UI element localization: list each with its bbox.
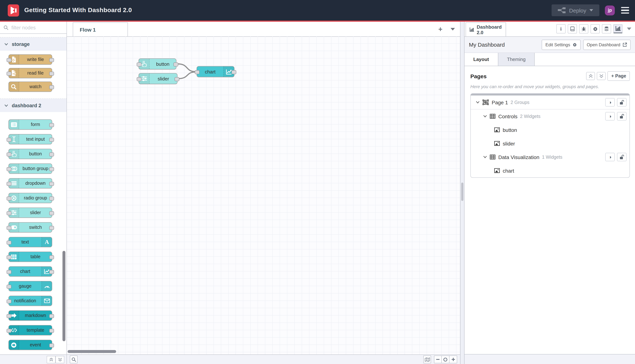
zoom-out-button[interactable]	[434, 356, 442, 363]
tab-layout[interactable]: Layout	[464, 53, 498, 66]
tree-row-widget-slider[interactable]: slider	[471, 137, 629, 150]
visibility-toggle-button[interactable]: ◑	[605, 153, 615, 161]
zoom-in-button[interactable]	[449, 356, 457, 363]
palette-node-slider[interactable]: slider	[9, 208, 52, 218]
open-dashboard-button[interactable]: Open Dashboard	[583, 40, 630, 50]
expand-all-button[interactable]	[56, 356, 64, 363]
tab-flow-1[interactable]: Flow 1	[73, 22, 128, 36]
deploy-caret-icon[interactable]	[590, 9, 593, 12]
palette-node-read-file[interactable]: read file	[9, 68, 52, 78]
output-port[interactable]	[49, 196, 54, 200]
output-port[interactable]	[49, 329, 54, 333]
palette-node-text-input[interactable]: text input	[9, 134, 52, 144]
input-port[interactable]	[7, 211, 12, 215]
info-tab-button[interactable]: i	[556, 24, 565, 34]
chevron-down-icon[interactable]	[483, 115, 487, 118]
lock-toggle-button[interactable]	[617, 98, 626, 106]
palette-node-notification[interactable]: notification	[9, 296, 52, 306]
flow-node-button[interactable]: button	[139, 58, 176, 70]
palette-node-radio-group[interactable]: radio group	[9, 193, 52, 203]
dashboard-tab-button[interactable]	[613, 24, 622, 34]
sidebar-menu-caret-icon[interactable]	[627, 28, 631, 30]
palette-node-text[interactable]: text A	[9, 237, 52, 247]
input-port[interactable]	[137, 77, 142, 81]
palette-node-dropdown[interactable]: dropdown	[9, 178, 52, 188]
output-port[interactable]	[49, 123, 54, 127]
input-port[interactable]	[7, 182, 12, 186]
input-port[interactable]	[7, 58, 12, 62]
palette-node-template[interactable]: template	[9, 325, 52, 335]
input-port[interactable]	[7, 270, 12, 274]
visibility-toggle-button[interactable]: ◑	[605, 112, 615, 120]
output-port[interactable]	[49, 58, 54, 62]
input-port[interactable]	[7, 314, 12, 318]
chevron-down-icon[interactable]	[483, 156, 487, 158]
input-port[interactable]	[7, 72, 12, 76]
input-port[interactable]	[7, 329, 12, 333]
lock-toggle-button[interactable]	[617, 153, 626, 161]
tree-row-widget-chart[interactable]: chart	[471, 164, 629, 178]
config-tab-button[interactable]	[590, 24, 600, 34]
output-port[interactable]	[49, 226, 54, 230]
help-tab-button[interactable]	[568, 24, 577, 34]
chevron-down-icon[interactable]	[476, 101, 479, 104]
flow-node-slider[interactable]: slider	[139, 73, 178, 84]
output-port[interactable]	[232, 70, 236, 74]
output-port[interactable]	[49, 344, 54, 348]
tab-theming[interactable]: Theming	[498, 53, 535, 66]
visibility-toggle-button[interactable]: ◑	[605, 98, 615, 106]
palette-node-form[interactable]: form	[9, 119, 52, 130]
input-port[interactable]	[7, 240, 12, 245]
canvas-search-button[interactable]	[70, 356, 78, 363]
edit-settings-button[interactable]: Edit Settings	[542, 40, 580, 50]
canvas-vertical-scrollbar[interactable]	[461, 182, 463, 201]
tab-dashboard-2[interactable]: Dashboard 2.0	[466, 22, 506, 36]
flow-node-chart[interactable]: chart	[197, 66, 234, 77]
output-port[interactable]	[49, 270, 54, 274]
palette-node-switch[interactable]: switch	[9, 222, 52, 232]
input-port[interactable]	[7, 138, 12, 142]
palette-node-event[interactable]: event	[9, 340, 52, 350]
palette-node-button[interactable]: button	[9, 149, 52, 159]
palette-scrollbar[interactable]	[63, 251, 66, 341]
debug-tab-button[interactable]	[579, 24, 588, 34]
palette-node-write-file[interactable]: write file	[9, 54, 52, 65]
deploy-button[interactable]: Deploy	[551, 4, 599, 16]
tree-drag-grip[interactable]	[471, 94, 629, 96]
navigator-map-button[interactable]	[423, 356, 431, 363]
input-port[interactable]	[195, 70, 200, 74]
palette-node-markdown[interactable]: markdown	[9, 310, 52, 321]
palette-node-watch[interactable]: watch	[9, 82, 52, 92]
input-port[interactable]	[7, 226, 12, 230]
context-tab-button[interactable]	[602, 24, 611, 34]
flow-list-caret-icon[interactable]	[450, 28, 455, 30]
palette-node-button-group[interactable]: button group	[9, 164, 52, 174]
user-avatar[interactable]: jp	[605, 5, 615, 15]
category-header-storage[interactable]: storage	[0, 38, 67, 51]
category-header-dashboard2[interactable]: dashboard 2	[0, 99, 67, 112]
output-port[interactable]	[49, 255, 54, 259]
output-port[interactable]	[49, 138, 54, 142]
output-port[interactable]	[49, 314, 54, 318]
canvas-horizontal-scrollbar[interactable]	[68, 350, 116, 353]
input-port[interactable]	[7, 255, 12, 259]
tree-row-group-controls[interactable]: Controls 2 Widgets ◑	[471, 110, 629, 123]
output-port[interactable]	[49, 72, 54, 76]
input-port[interactable]	[137, 62, 142, 66]
zoom-reset-button[interactable]	[442, 356, 449, 363]
input-port[interactable]	[7, 196, 12, 200]
collapse-all-button[interactable]	[47, 356, 56, 363]
output-port[interactable]	[49, 152, 54, 156]
workspace-grid[interactable]: button slider chart	[67, 36, 460, 354]
input-port[interactable]	[7, 285, 12, 289]
output-port[interactable]	[49, 182, 54, 186]
output-port[interactable]	[49, 211, 54, 215]
tree-row-page-1[interactable]: Page 1 2 Groups ◑	[471, 96, 629, 110]
input-port[interactable]	[7, 152, 12, 156]
main-menu-button[interactable]	[620, 6, 630, 14]
move-up-button[interactable]	[586, 72, 595, 80]
palette-node-table[interactable]: table	[9, 252, 52, 262]
output-port[interactable]	[49, 85, 54, 89]
lock-toggle-button[interactable]	[617, 112, 626, 120]
wire-button-to-chart[interactable]	[178, 64, 196, 72]
